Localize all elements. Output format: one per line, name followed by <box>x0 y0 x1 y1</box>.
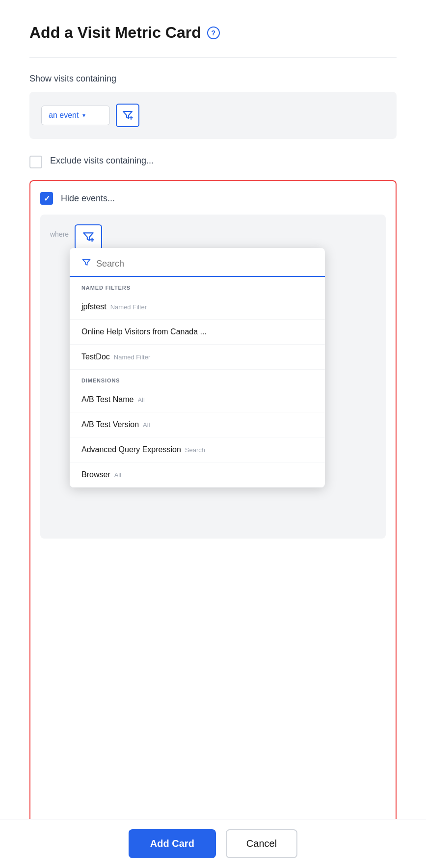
add-card-button[interactable]: Add Card <box>129 829 216 858</box>
inner-filter-area: where <box>40 215 386 539</box>
header: Add a Visit Metric Card ? <box>29 24 397 42</box>
item-name: A/B Test Version <box>81 420 139 429</box>
item-sub: Search <box>185 446 205 454</box>
where-label: where <box>50 230 69 238</box>
list-item[interactable]: Browser All <box>70 462 325 488</box>
footer: Add Card Cancel <box>0 819 426 868</box>
show-visits-filter-box: an event ▾ <box>29 92 397 139</box>
list-item[interactable]: A/B Test Version All <box>70 412 325 437</box>
search-area <box>70 248 325 277</box>
event-dropdown-text: an event <box>49 111 79 120</box>
help-icon[interactable]: ? <box>207 27 220 39</box>
item-name: Online Help Visitors from Canada ... <box>81 327 207 336</box>
exclude-visits-label: Exclude visits containing... <box>50 155 154 166</box>
hide-events-label: Hide events... <box>61 192 115 204</box>
item-sub: All <box>137 396 144 404</box>
item-sub: Named Filter <box>110 303 147 311</box>
list-item[interactable]: Advanced Query Expression Search <box>70 437 325 462</box>
search-funnel-icon <box>81 258 91 270</box>
item-name: jpfstest <box>81 302 106 311</box>
cancel-button[interactable]: Cancel <box>226 829 297 858</box>
dropdown-content: NAMED FILTERS jpfstest Named Filter Onli… <box>70 277 325 488</box>
search-input[interactable] <box>96 259 313 269</box>
named-filters-header: NAMED FILTERS <box>70 277 325 295</box>
item-sub: Named Filter <box>114 353 150 361</box>
funnel-plus-inner-icon <box>82 231 95 244</box>
list-item[interactable]: TestDoc Named Filter <box>70 345 325 370</box>
show-visits-label: Show visits containing <box>29 74 397 84</box>
filter-add-inner-button[interactable] <box>75 224 102 250</box>
item-name: A/B Test Name <box>81 395 133 404</box>
list-item[interactable]: A/B Test Name All <box>70 387 325 412</box>
item-name: Advanced Query Expression <box>81 445 181 454</box>
exclude-visits-checkbox[interactable] <box>29 156 42 168</box>
event-dropdown[interactable]: an event ▾ <box>41 106 110 125</box>
item-sub: All <box>114 471 121 479</box>
item-name: Browser <box>81 470 110 479</box>
item-sub: All <box>143 421 150 429</box>
list-item[interactable]: Online Help Visitors from Canada ... <box>70 320 325 345</box>
list-item[interactable]: jpfstest Named Filter <box>70 295 325 320</box>
page-title: Add a Visit Metric Card <box>29 24 201 42</box>
dimensions-header: DIMENSIONS <box>70 370 325 387</box>
page-container: Add a Visit Metric Card ? Show visits co… <box>0 0 426 868</box>
filter-dropdown-panel: NAMED FILTERS jpfstest Named Filter Onli… <box>70 248 325 488</box>
event-dropdown-arrow: ▾ <box>82 112 85 119</box>
hide-events-header: Hide events... <box>40 191 386 205</box>
item-name: TestDoc <box>81 353 110 361</box>
funnel-plus-icon <box>122 109 133 121</box>
hide-events-container: Hide events... where <box>29 180 397 848</box>
hide-events-checkbox[interactable] <box>40 192 53 205</box>
exclude-visits-row: Exclude visits containing... <box>29 155 397 168</box>
header-divider <box>29 57 397 58</box>
show-visits-filter-add-button[interactable] <box>116 104 139 127</box>
